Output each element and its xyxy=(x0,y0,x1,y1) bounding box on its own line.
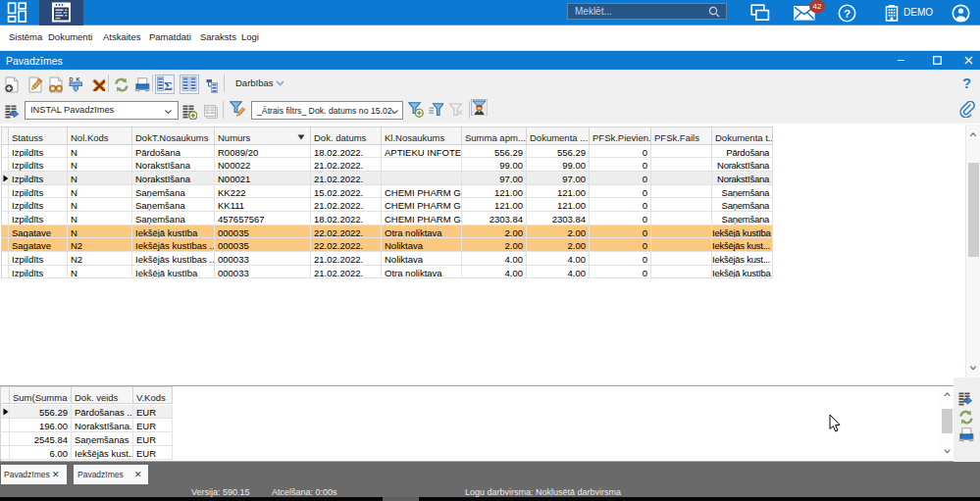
svg-text:K: K xyxy=(77,76,80,82)
svg-text:D: D xyxy=(70,76,74,82)
svg-text:Σ: Σ xyxy=(164,78,173,93)
svg-text:?: ? xyxy=(844,8,851,20)
